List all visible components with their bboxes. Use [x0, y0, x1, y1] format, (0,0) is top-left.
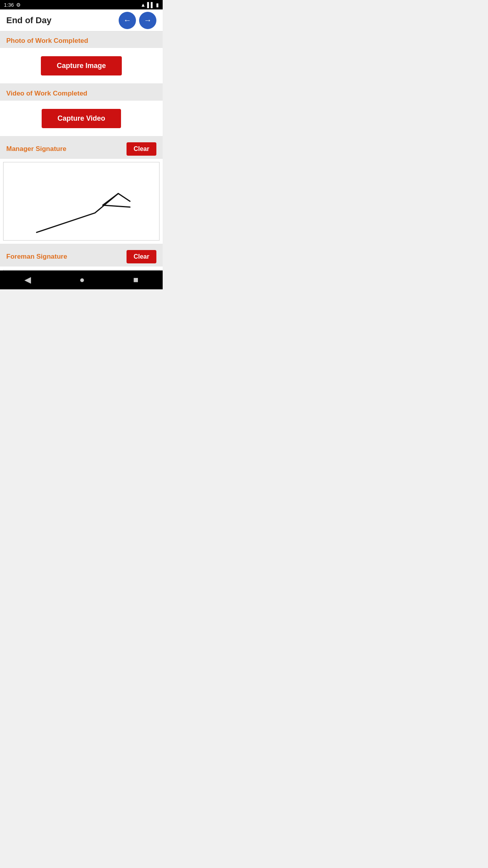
signal-icon: ▌▌: [147, 2, 154, 8]
back-button[interactable]: ←: [119, 12, 136, 29]
gear-icon: ⚙: [16, 2, 21, 8]
content: Photo of Work Completed Capture Image Vi…: [0, 31, 163, 270]
photo-section-label: Photo of Work Completed: [0, 31, 163, 48]
foreman-signature-label: Foreman Signature: [6, 253, 67, 261]
manager-signature-area[interactable]: [3, 162, 160, 241]
bottom-nav: ◀ ● ■: [0, 270, 163, 289]
bottom-home-button[interactable]: ●: [79, 275, 84, 285]
status-bar-left: 1:36 ⚙: [4, 2, 21, 8]
manager-signature-header: Manager Signature Clear: [0, 137, 163, 159]
header-buttons: ← →: [119, 12, 156, 29]
wifi-icon: ▲: [141, 2, 146, 8]
status-bar: 1:36 ⚙ ▲ ▌▌ ▮: [0, 0, 163, 9]
bottom-recent-button[interactable]: ■: [133, 275, 138, 285]
foreman-clear-button[interactable]: Clear: [127, 250, 156, 263]
photo-section-card: Capture Image: [0, 48, 163, 83]
video-section-card: Capture Video: [0, 101, 163, 136]
manager-signature-card: [0, 159, 163, 244]
manager-signature-label: Manager Signature: [6, 145, 66, 153]
battery-icon: ▮: [156, 2, 159, 8]
manager-clear-button[interactable]: Clear: [127, 142, 156, 156]
video-section-label: Video of Work Completed: [0, 84, 163, 101]
page-title: End of Day: [6, 15, 51, 26]
capture-image-button[interactable]: Capture Image: [41, 56, 121, 75]
foreman-signature-header: Foreman Signature Clear: [0, 245, 163, 267]
status-time: 1:36: [4, 2, 14, 8]
bottom-back-button[interactable]: ◀: [24, 275, 31, 285]
capture-video-button[interactable]: Capture Video: [42, 109, 121, 128]
manager-signature-svg: [4, 162, 159, 240]
forward-button[interactable]: →: [139, 12, 156, 29]
header: End of Day ← →: [0, 9, 163, 31]
status-bar-right: ▲ ▌▌ ▮: [141, 2, 159, 8]
foreman-signature-card: [0, 267, 163, 270]
